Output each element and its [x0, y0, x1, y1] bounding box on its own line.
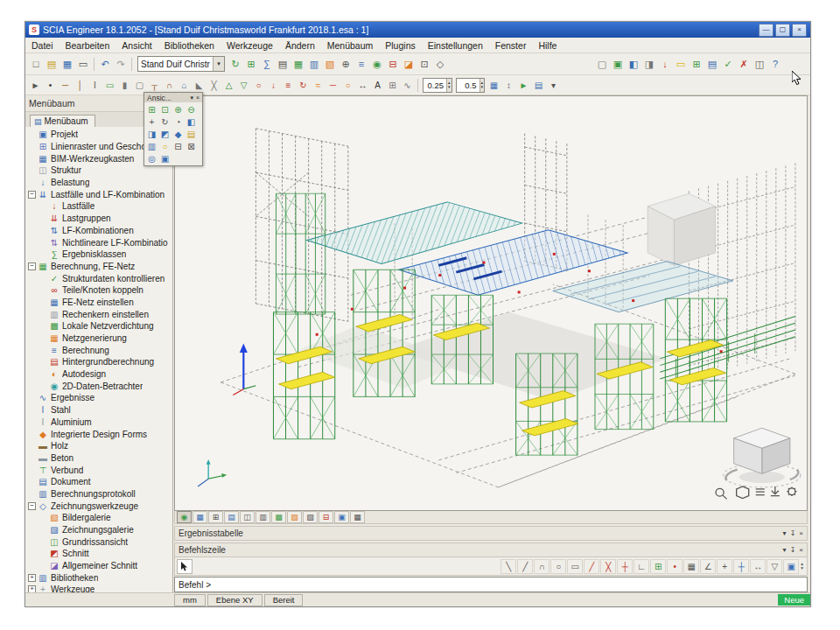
visibility-icon[interactable]: ◉ — [369, 57, 385, 72]
moment-load-icon[interactable]: ↻ — [296, 78, 311, 92]
grid-icon[interactable]: ⊞ — [385, 78, 400, 92]
grid-toggle-icon[interactable]: ⊞ — [689, 57, 704, 72]
chevron-down-icon[interactable]: ▾ — [783, 529, 787, 537]
tree-item[interactable]: ◉ 2D-Daten-Betrachter — [25, 380, 172, 392]
model-viewport[interactable] — [174, 95, 808, 511]
load-display-icon[interactable]: ↓ — [657, 57, 673, 72]
node-icon[interactable]: • — [43, 78, 58, 92]
scale-2-input[interactable]: 0.5 ▴▾ — [456, 78, 486, 93]
print-icon[interactable]: ▭ — [75, 57, 91, 72]
labels-tab-icon[interactable]: ▧ — [287, 511, 302, 523]
clip-tab-icon[interactable]: ⊟ — [318, 511, 333, 523]
menu-item[interactable]: Menübaum — [321, 40, 380, 51]
tree-item[interactable]: ◪ Allgemeiner Schnitt — [25, 560, 172, 572]
tree-item[interactable]: ▦ Netzgenerierung — [25, 332, 172, 345]
draw-rect-icon[interactable]: ▭ — [567, 559, 583, 574]
snap-endpoint-icon[interactable]: ╱ — [584, 559, 599, 574]
chevron-down-icon[interactable]: ▾ — [213, 57, 224, 71]
layers-tab-icon[interactable]: ▤ — [224, 511, 239, 523]
temperature-load-icon[interactable]: ≈ — [311, 78, 326, 92]
tree-item[interactable]: ▤ Dokument — [25, 476, 172, 488]
tree-item[interactable]: ▧ Bildergalerie — [25, 512, 172, 524]
view-front-icon[interactable]: ◧ — [185, 116, 198, 128]
redo-icon[interactable]: ↷ — [113, 57, 129, 72]
tree-expand-toggle[interactable]: + — [28, 574, 36, 582]
tab-menubaum[interactable]: ▤ Menübaum — [30, 115, 95, 127]
befehlszeile-panel-header[interactable]: Befehlszeile ▾ ↧ × — [174, 542, 808, 557]
tree-item[interactable]: ↓ Lastfälle — [25, 200, 172, 213]
point-load-icon[interactable]: ↓ — [266, 78, 281, 92]
tree-item[interactable]: ∿ Ergebnisse — [25, 392, 172, 404]
circle-marker-icon[interactable]: ○ — [340, 78, 355, 92]
tree-item[interactable]: − ⇊ Lastfälle und LF-Kombination — [25, 188, 172, 200]
view-manager-icon[interactable]: ◉ — [177, 511, 192, 523]
tree-expand-toggle[interactable]: + — [28, 585, 36, 592]
draw-line-icon[interactable]: ╲ — [500, 559, 516, 574]
menu-item[interactable]: Fenster — [489, 40, 533, 51]
line-load-icon[interactable]: ≡ — [281, 78, 296, 92]
rendered-icon[interactable]: ▣ — [610, 57, 626, 72]
view-palette-header[interactable]: Ansic... ▾ × — [144, 93, 202, 102]
truss-icon[interactable]: △ — [221, 78, 236, 92]
close-icon[interactable]: × — [196, 94, 200, 102]
layers-icon[interactable]: ≡ — [354, 57, 369, 72]
save-icon[interactable]: ▦ — [60, 57, 75, 72]
activity-icon[interactable]: ◪ — [401, 57, 416, 72]
wall-icon[interactable]: ▮ — [117, 78, 132, 92]
tree-item[interactable]: ▥ Rechenkern einstellen — [25, 308, 172, 320]
menu-item[interactable]: Ändern — [279, 40, 321, 51]
zoom-out-icon[interactable]: ⊖ — [185, 103, 198, 116]
document-icon[interactable]: ▥ — [306, 57, 322, 72]
pin-icon[interactable]: ↧ — [790, 546, 796, 554]
table-results-icon[interactable]: ▦ — [290, 57, 306, 72]
wireframe-icon[interactable]: ▢ — [594, 57, 610, 72]
hinge-icon[interactable]: ○ — [251, 78, 266, 92]
reject-icon[interactable]: ✗ — [736, 57, 752, 72]
view-side-icon[interactable]: ◨ — [145, 128, 158, 140]
ergebnisstabelle-panel-header[interactable]: Ergebnisstabelle ▾ ↧ × — [174, 526, 808, 541]
maximize-button[interactable]: ▢ — [775, 24, 790, 37]
menu-item[interactable]: Werkzeuge — [220, 40, 279, 51]
column-icon[interactable]: │ — [73, 78, 88, 92]
axes-icon[interactable]: ⊞ — [208, 511, 223, 523]
tree-item[interactable]: ◐ Autodesign — [25, 368, 172, 381]
chevron-down-icon[interactable]: ▾ — [190, 94, 193, 102]
tree-item[interactable]: ▨ Zeichnungsgalerie — [25, 524, 172, 536]
plane-status[interactable]: Ebene XY — [207, 594, 262, 606]
display-settings-icon[interactable]: ▦ — [192, 511, 207, 523]
beam-icon[interactable]: ─ — [58, 78, 73, 92]
clip-plane-icon[interactable]: ⊠ — [185, 140, 198, 152]
close-icon[interactable]: × — [799, 529, 803, 537]
tree-expand-toggle[interactable]: − — [28, 191, 36, 199]
filter-icon[interactable]: ▽ — [766, 559, 782, 574]
command-input[interactable]: Befehl > — [174, 577, 808, 592]
close-button[interactable]: × — [792, 24, 807, 37]
tree-item[interactable]: ⇊ Lastgruppen — [25, 213, 172, 225]
light-icon[interactable]: ○ — [158, 140, 172, 152]
pan-icon[interactable]: + — [145, 116, 158, 128]
zoom-in-icon[interactable]: ⊕ — [172, 103, 185, 116]
tree-expand-toggle[interactable]: − — [28, 262, 36, 270]
tree-item[interactable]: ⊤ Verbund — [25, 464, 172, 476]
sections-tab-icon[interactable]: ▨ — [303, 511, 318, 523]
units-status[interactable]: mm — [174, 594, 206, 606]
section-icon[interactable]: ⊟ — [385, 57, 401, 72]
undo-icon[interactable]: ↶ — [97, 57, 113, 72]
polyline-icon[interactable]: ∿ — [400, 78, 415, 92]
result-display-icon[interactable]: ▦ — [486, 78, 501, 92]
tree-item[interactable]: ⇅ LF-Kombinationen — [25, 225, 172, 237]
snap-grid-icon[interactable]: ⊞ — [650, 559, 666, 574]
cross-bracing-icon[interactable]: ╳ — [206, 78, 221, 92]
view-palette[interactable]: Ansic... ▾ × ⊞⊡⊕⊖+↻◔◧◨◩◆▤▥○⊟⊠◎▣ — [144, 92, 203, 166]
window-split-icon[interactable]: ◫ — [752, 57, 767, 72]
deform-scale-icon[interactable]: ↕ — [501, 78, 516, 92]
minimize-button[interactable]: — — [759, 24, 774, 37]
tree-item[interactable]: ◆ Integrierte Design Forms — [25, 428, 172, 440]
snap-orthogonal-icon[interactable]: ∟ — [634, 559, 649, 574]
tree-item[interactable]: I Stahl — [25, 404, 172, 416]
spinner-arrows[interactable]: ▴▾ — [480, 79, 485, 92]
view-axonometric-icon[interactable]: ◆ — [172, 128, 185, 140]
snap-midpoint-icon[interactable]: ╳ — [600, 559, 616, 574]
menu-item[interactable]: Datei — [25, 40, 60, 51]
layer-manager-icon[interactable]: ▤ — [704, 57, 720, 72]
